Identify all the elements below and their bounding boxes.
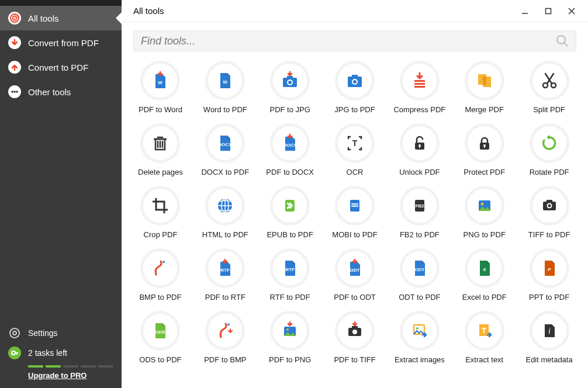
- tool-label: TIFF to PDF: [528, 230, 570, 239]
- merge-icon: [465, 61, 504, 101]
- tool-label: Delete pages: [138, 168, 183, 176]
- gear-icon: [8, 327, 21, 340]
- svg-point-5: [16, 91, 18, 93]
- svg-rect-9: [546, 8, 551, 13]
- svg-text:DOCX: DOCX: [219, 142, 233, 147]
- rtf-down-icon: RTF: [205, 248, 245, 288]
- svg-point-10: [557, 36, 565, 44]
- tool-extract-text[interactable]: TExtract text: [456, 311, 513, 364]
- sidebar-item-other-tools[interactable]: Other tools: [0, 79, 122, 104]
- tiff-icon: [530, 186, 569, 226]
- minimize-button[interactable]: [514, 4, 535, 19]
- tool-merge-pdf[interactable]: Merge PDF: [456, 61, 513, 114]
- svg-rect-21: [414, 80, 425, 82]
- tool-pdf-to-jpg[interactable]: PDF to JPG: [262, 61, 319, 114]
- maximize-button[interactable]: [538, 4, 559, 19]
- arrow-up-icon: [8, 61, 21, 74]
- tool-html-to-pdf[interactable]: HTML to PDF: [197, 186, 254, 239]
- tool-pdf-to-odt[interactable]: ODTPDF to ODT: [327, 248, 383, 302]
- tool-ods-to-pdf[interactable]: ODSODS to PDF: [132, 311, 189, 364]
- tool-label: PDF to RTF: [205, 293, 245, 302]
- tool-label: ODS to PDF: [139, 355, 181, 364]
- svg-text:ODT: ODT: [414, 267, 424, 272]
- tool-epub-to-pdf[interactable]: EPUB to PDF: [262, 186, 319, 239]
- tool-pdf-to-bmp[interactable]: PDF to BMP: [197, 311, 254, 364]
- tool-label: Extract images: [395, 355, 445, 364]
- tool-tiff-to-pdf[interactable]: TIFF to PDF: [521, 186, 577, 239]
- tool-protect-pdf[interactable]: Protect PDF: [456, 123, 513, 176]
- settings-button[interactable]: Settings: [8, 323, 113, 343]
- tool-ocr[interactable]: TOCR: [327, 123, 383, 176]
- svg-point-16: [288, 81, 292, 84]
- search-box[interactable]: [133, 30, 576, 51]
- extract-img-icon: [400, 311, 440, 351]
- upgrade-link[interactable]: Upgrade to PRO: [28, 371, 113, 380]
- svg-point-52: [548, 205, 551, 207]
- tool-rtf-to-pdf[interactable]: RTFRTF to PDF: [262, 248, 319, 302]
- sidebar-item-label: Convert from PDF: [28, 38, 99, 48]
- tool-split-pdf[interactable]: Split PDF: [521, 61, 577, 114]
- tool-label: OCR: [347, 168, 364, 176]
- svg-text:W: W: [223, 79, 228, 85]
- tool-docx-to-pdf[interactable]: DOCXDOCX to PDF: [197, 123, 254, 176]
- tool-odt-to-pdf[interactable]: ODTODT to PDF: [391, 248, 448, 302]
- word-icon: W: [205, 61, 245, 101]
- svg-text:ODT: ODT: [350, 268, 360, 273]
- tool-pdf-to-rtf[interactable]: RTFPDF to RTF: [197, 248, 254, 302]
- tool-jpg-to-pdf[interactable]: JPG to PDF: [327, 61, 383, 114]
- tool-extract-images[interactable]: Extract images: [391, 311, 448, 364]
- tool-png-to-pdf[interactable]: PNG to PDF: [456, 186, 513, 239]
- ppt-icon: P: [530, 248, 569, 288]
- tool-edit-metadata[interactable]: iEdit metadata: [521, 311, 577, 364]
- svg-rect-63: [352, 326, 358, 328]
- tool-fb2-to-pdf[interactable]: FB2FB2 to PDF: [391, 186, 448, 239]
- tool-pdf-to-png[interactable]: PDF to PNG: [262, 311, 319, 364]
- svg-rect-22: [414, 83, 425, 85]
- tool-unlock-pdf[interactable]: Unlock PDF: [391, 123, 448, 176]
- tool-pdf-to-tiff[interactable]: PDF to TIFF: [327, 311, 383, 364]
- svg-text:T: T: [352, 138, 358, 148]
- svg-point-66: [416, 327, 418, 330]
- tool-label: PDF to PNG: [269, 355, 311, 364]
- epub-icon: [270, 186, 310, 226]
- fb2-icon: FB2: [400, 186, 440, 226]
- tool-label: PPT to PDF: [529, 293, 569, 302]
- tool-label: PDF to JPG: [269, 105, 310, 114]
- tool-mobi-to-pdf[interactable]: MOBIMOBI to PDF: [327, 186, 383, 239]
- svg-text:MOBI: MOBI: [351, 203, 359, 207]
- tool-label: RTF to PDF: [270, 293, 310, 302]
- tool-compress-pdf[interactable]: Compress PDF: [391, 61, 448, 114]
- tool-pdf-to-docx[interactable]: DOCXPDF to DOCX: [262, 123, 319, 176]
- tool-delete-pages[interactable]: Delete pages: [132, 123, 189, 176]
- search-input[interactable]: [141, 35, 556, 47]
- tool-pdf-to-word[interactable]: WPDF to Word: [132, 61, 189, 114]
- svg-rect-23: [414, 86, 425, 88]
- lock-icon: [465, 123, 504, 163]
- tool-ppt-to-pdf[interactable]: PPPT to PDF: [521, 248, 577, 302]
- compress-icon: [400, 61, 440, 101]
- docx-icon: DOCX: [205, 123, 245, 163]
- dots-icon: [8, 85, 21, 98]
- sidebar-item-all-tools[interactable]: All tools: [0, 6, 122, 30]
- tool-excel-to-pdf[interactable]: XExcel to PDF: [456, 248, 513, 302]
- tool-label: PDF to Word: [139, 105, 182, 114]
- svg-point-2: [14, 18, 15, 19]
- tool-word-to-pdf[interactable]: WWord to PDF: [197, 61, 254, 114]
- sidebar-item-convert-to-pdf[interactable]: Convert to PDF: [0, 55, 122, 79]
- scissors-icon: [530, 61, 569, 101]
- tool-bmp-to-pdf[interactable]: BMP to PDF: [132, 248, 189, 302]
- tool-crop-pdf[interactable]: Crop PDF: [132, 186, 189, 239]
- tool-label: JPG to PDF: [334, 105, 375, 114]
- close-button[interactable]: [561, 4, 582, 19]
- tasks-remaining[interactable]: 2 tasks left: [8, 343, 113, 363]
- tool-label: Unlock PDF: [399, 168, 440, 176]
- svg-rect-14: [287, 76, 293, 78]
- word-down-icon: W: [140, 61, 180, 101]
- tool-rotate-pdf[interactable]: Rotate PDF: [521, 123, 577, 176]
- svg-text:ODS: ODS: [155, 330, 166, 335]
- titlebar: All tools: [122, 0, 588, 22]
- sidebar-item-label: All tools: [28, 13, 59, 23]
- svg-point-4: [13, 91, 16, 93]
- sidebar-item-convert-from-pdf[interactable]: Convert from PDF: [0, 30, 122, 55]
- sidebar-footer: Settings 2 tasks left Upgrade to PRO: [0, 318, 122, 388]
